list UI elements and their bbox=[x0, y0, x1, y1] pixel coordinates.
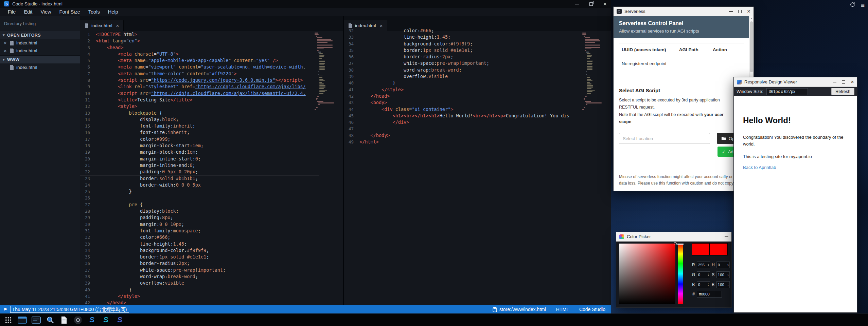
code-line-36[interactable]: 36 border-radius:2px; bbox=[80, 260, 319, 267]
code-line-32[interactable]: 32 color:#666; bbox=[80, 234, 319, 241]
code-line-14[interactable]: 14 display:block; bbox=[80, 116, 319, 123]
sidebar-section-open-editors[interactable]: ▾OPEN EDITORS bbox=[0, 31, 80, 39]
sidebar-item-index.html[interactable]: index.html bbox=[0, 63, 80, 71]
close-tab-icon[interactable]: × bbox=[116, 23, 119, 28]
code-line-42[interactable]: 42 </head> bbox=[344, 93, 587, 99]
code-line-12[interactable]: 12 <style> bbox=[80, 103, 319, 110]
code-line-18[interactable]: 18 margin-block-start:1em; bbox=[80, 142, 319, 149]
stepper-icon[interactable]: ▴▾ bbox=[727, 283, 728, 286]
minimize-icon[interactable] bbox=[725, 236, 728, 237]
code-line-8[interactable]: 8 <script src="https://code.jquery.com/j… bbox=[80, 77, 319, 83]
code-studio-app-icon[interactable]: S bbox=[87, 315, 97, 325]
close-icon[interactable]: × bbox=[747, 8, 750, 14]
code-line-39[interactable]: 39 overflow:visible bbox=[80, 280, 319, 286]
refresh-icon[interactable] bbox=[850, 2, 855, 9]
code-line-33[interactable]: 33 line-height:1.45; bbox=[344, 34, 587, 40]
code-line-28[interactable]: 28 display:block; bbox=[80, 208, 319, 214]
code-line-24[interactable]: 24 border-width:0 0 0 5px bbox=[80, 182, 319, 188]
code-line-29[interactable]: 29 padding:8px; bbox=[80, 214, 319, 221]
code-studio-app-icon[interactable]: S bbox=[101, 315, 111, 325]
menu-item-font-size[interactable]: Font Size bbox=[56, 8, 84, 15]
code-line-45[interactable]: 45 <h1><br></h1><h1>Hello World!<br></h1… bbox=[344, 113, 587, 119]
hex-value-input[interactable]: ff0000 bbox=[697, 291, 722, 298]
code-line-32[interactable]: 32 color:#666; bbox=[344, 27, 587, 34]
minimize-icon[interactable] bbox=[833, 82, 836, 82]
minimap-2[interactable] bbox=[582, 33, 600, 111]
code-line-37[interactable]: 37 white-space:pre-wrap!important; bbox=[80, 267, 319, 273]
close-icon[interactable]: × bbox=[851, 79, 854, 85]
b-value-input[interactable]: 100▴▾ bbox=[716, 281, 730, 288]
code-editor-2[interactable]: 32 color:#666;33 line-height:1.45;34 bac… bbox=[344, 27, 587, 305]
maximize-icon[interactable] bbox=[738, 10, 742, 13]
menu-icon[interactable]: ≡ bbox=[861, 2, 865, 8]
code-line-5[interactable]: 5 <meta name="apple-mobile-web-app-capab… bbox=[80, 57, 319, 64]
menu-item-edit[interactable]: Edit bbox=[20, 8, 36, 15]
tab-index-html-1[interactable]: index.html × bbox=[80, 20, 124, 31]
code-line-27[interactable]: 27 pre { bbox=[80, 202, 319, 208]
refresh-button[interactable]: Refresh bbox=[831, 88, 854, 95]
code-line-46[interactable]: 46 </div> bbox=[344, 119, 587, 126]
status-file-path[interactable]: store:/www/index.html bbox=[493, 307, 546, 312]
window-app-icon[interactable] bbox=[31, 315, 41, 325]
saturation-field[interactable] bbox=[619, 244, 675, 304]
code-line-47[interactable]: 47 bbox=[344, 126, 587, 132]
search-app-icon[interactable] bbox=[45, 315, 55, 325]
code-line-48[interactable]: 48 </body> bbox=[344, 132, 587, 139]
code-line-36[interactable]: 36 border-radius:2px; bbox=[344, 54, 587, 60]
code-line-37[interactable]: 37 white-space:pre-wrap!important; bbox=[344, 60, 587, 66]
color-picker-title-bar[interactable]: Color Picker bbox=[616, 232, 731, 242]
code-line-10[interactable]: 10 <script src="https://cdnjs.cloudflare… bbox=[80, 90, 319, 97]
sidebar-item-index.html[interactable]: ×index.html bbox=[0, 39, 80, 47]
code-line-30[interactable]: 30 margin:0 0 10px; bbox=[80, 221, 319, 228]
minimize-icon[interactable] bbox=[575, 4, 579, 4]
stepper-icon[interactable]: ▴▾ bbox=[727, 273, 728, 276]
b-value-input[interactable]: 0▴▾ bbox=[697, 281, 710, 288]
code-line-20[interactable]: 20 margin-inline-start:0; bbox=[80, 156, 319, 162]
app-launcher-icon[interactable] bbox=[3, 315, 14, 325]
window-size-input[interactable] bbox=[766, 88, 808, 95]
stepper-icon[interactable]: ▴▾ bbox=[727, 263, 728, 266]
code-line-22[interactable]: 22 padding:0 5px 0 20px; bbox=[80, 169, 319, 175]
scrollbar-thumb[interactable] bbox=[750, 21, 753, 72]
close-icon[interactable]: × bbox=[3, 40, 7, 45]
s-value-input[interactable]: 100▴▾ bbox=[716, 271, 730, 278]
code-line-34[interactable]: 34 background-color:#f9f9f9; bbox=[344, 41, 587, 47]
code-line-1[interactable]: 1<!DOCTYPE html> bbox=[80, 31, 319, 38]
code-line-42[interactable]: 42 </head> bbox=[80, 300, 319, 305]
code-line-26[interactable]: 26 bbox=[80, 195, 319, 201]
serverless-title-bar[interactable]: Serverless × bbox=[614, 7, 754, 16]
saturation-cursor[interactable] bbox=[674, 242, 677, 245]
h-value-input[interactable]: 0▴▾ bbox=[716, 262, 730, 268]
sidebar-item-index.html[interactable]: ×index.html bbox=[0, 47, 80, 55]
window-app-icon[interactable] bbox=[17, 315, 28, 325]
status-language[interactable]: HTML bbox=[556, 307, 569, 312]
code-line-4[interactable]: 4 <meta charset="UTF-8"> bbox=[80, 51, 319, 57]
code-line-38[interactable]: 38 word-wrap:break-word; bbox=[80, 273, 319, 280]
g-value-input[interactable]: 0▴▾ bbox=[697, 271, 710, 278]
hue-slider-handle[interactable] bbox=[677, 244, 684, 245]
scroll-up-icon[interactable]: ▲ bbox=[749, 16, 754, 21]
hue-slider[interactable] bbox=[678, 244, 683, 304]
serverless-app-icon[interactable] bbox=[73, 315, 83, 325]
code-line-41[interactable]: 41 </style> bbox=[344, 87, 587, 93]
minimize-icon[interactable] bbox=[729, 11, 733, 12]
code-line-33[interactable]: 33 line-height:1.45; bbox=[80, 241, 319, 247]
close-icon[interactable]: × bbox=[603, 1, 607, 7]
menu-item-tools[interactable]: Tools bbox=[85, 8, 104, 15]
code-line-31[interactable]: 31 font-family:monospace; bbox=[80, 228, 319, 234]
code-line-9[interactable]: 9 <link rel="stylesheet" href="https://c… bbox=[80, 83, 319, 90]
code-line-17[interactable]: 17 color:#999; bbox=[80, 136, 319, 142]
stepper-icon[interactable]: ▴▾ bbox=[708, 273, 709, 276]
code-line-49[interactable]: 49</html> bbox=[344, 139, 587, 145]
code-line-6[interactable]: 6 <meta name="viewport" content="user-sc… bbox=[80, 64, 319, 70]
code-line-16[interactable]: 16 font-size:inherit; bbox=[80, 129, 319, 136]
code-line-39[interactable]: 39 overflow:visible bbox=[344, 73, 587, 80]
close-icon[interactable]: × bbox=[3, 48, 7, 53]
restore-icon[interactable] bbox=[589, 2, 593, 6]
code-editor-1[interactable]: 1<!DOCTYPE html>2<html lang="en">3 <head… bbox=[80, 31, 319, 305]
r-value-input[interactable]: 255▴▾ bbox=[697, 262, 710, 268]
code-line-19[interactable]: 19 margin-block-end:1em; bbox=[80, 149, 319, 155]
page-left-scrollbar[interactable] bbox=[738, 96, 738, 312]
code-line-15[interactable]: 15 font-family:inherit; bbox=[80, 123, 319, 129]
stepper-icon[interactable]: ▴▾ bbox=[708, 263, 709, 266]
